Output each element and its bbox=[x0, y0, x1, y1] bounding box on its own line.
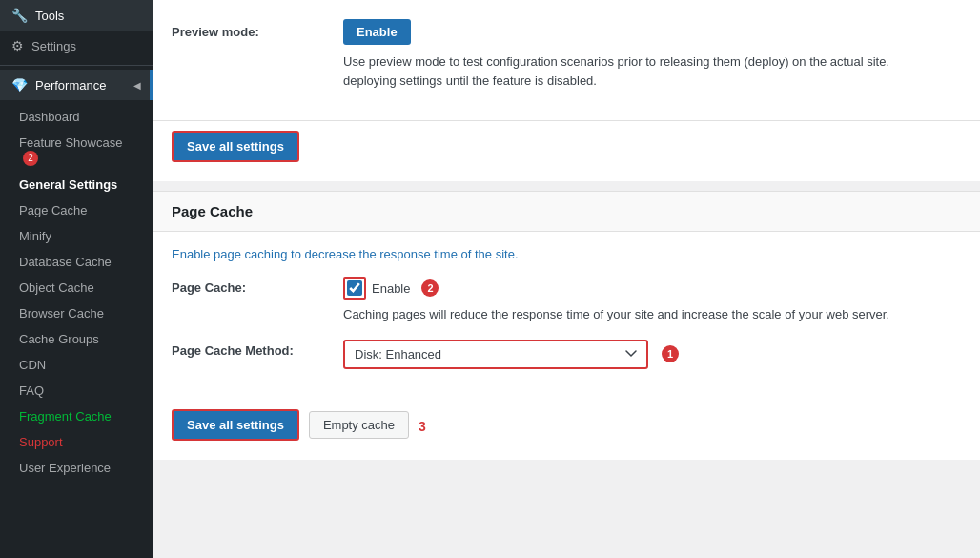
sidebar-item-general-settings[interactable]: General Settings bbox=[0, 172, 153, 197]
page-cache-checkbox-row: Enable 2 bbox=[343, 277, 961, 300]
cdn-label: CDN bbox=[19, 358, 46, 372]
step-3-label: 3 bbox=[419, 419, 426, 434]
preview-mode-row: Preview mode: Enable Use preview mode to… bbox=[172, 19, 961, 90]
page-cache-method-select[interactable]: Disk: Enhanced Disk: Basic Memcached Red… bbox=[343, 340, 648, 369]
sidebar-item-cdn[interactable]: CDN bbox=[0, 352, 153, 378]
page-cache-body: Enable page caching to decrease the resp… bbox=[153, 232, 980, 400]
minify-label: Minify bbox=[19, 229, 51, 243]
feature-showcase-badge: 2 bbox=[23, 151, 38, 166]
dashboard-label: Dashboard bbox=[19, 110, 80, 124]
page-cache-method-label: Page Cache Method: bbox=[172, 340, 324, 358]
sidebar-item-fragment-cache[interactable]: Fragment Cache bbox=[0, 403, 153, 429]
sidebar-item-object-cache[interactable]: Object Cache bbox=[0, 275, 153, 300]
fragment-cache-label: Fragment Cache bbox=[19, 409, 112, 424]
sidebar-item-page-cache[interactable]: Page Cache bbox=[0, 197, 153, 223]
page-cache-heading: Page Cache bbox=[153, 191, 980, 232]
tools-label: Tools bbox=[35, 9, 64, 23]
sidebar-item-performance[interactable]: 💎 Performance ◀ bbox=[0, 70, 153, 100]
support-label: Support bbox=[19, 435, 63, 449]
save-all-settings-button-top[interactable]: Save all settings bbox=[172, 131, 299, 162]
preview-mode-label: Preview mode: bbox=[172, 19, 324, 39]
settings-label: Settings bbox=[31, 39, 76, 53]
chevron-icon: ◀ bbox=[133, 80, 141, 91]
preview-mode-enable-button[interactable]: Enable bbox=[343, 19, 411, 45]
database-cache-label: Database Cache bbox=[19, 255, 112, 269]
page-cache-checkbox[interactable] bbox=[347, 280, 362, 296]
preview-mode-section: Preview mode: Enable Use preview mode to… bbox=[153, 0, 980, 121]
page-cache-field-label: Page Cache: bbox=[172, 277, 324, 295]
bottom-buttons-row: Save all settings Empty cache 3 bbox=[153, 400, 980, 460]
save-settings-row-top: Save all settings bbox=[153, 121, 980, 181]
page-cache-field-control: Enable 2 Caching pages will reduce the r… bbox=[343, 277, 961, 324]
sidebar-item-minify[interactable]: Minify bbox=[0, 223, 153, 249]
page-cache-method-row: Page Cache Method: Disk: Enhanced Disk: … bbox=[172, 340, 961, 369]
sidebar: 🔧 Tools ⚙ Settings 💎 Performance ◀ Dashb… bbox=[0, 0, 153, 558]
main-content: Preview mode: Enable Use preview mode to… bbox=[153, 0, 980, 558]
sidebar-item-user-experience[interactable]: User Experience bbox=[0, 455, 153, 481]
page-cache-section: Page Cache Enable page caching to decrea… bbox=[153, 191, 980, 460]
page-cache-checkbox-label: Enable bbox=[372, 281, 410, 296]
page-cache-checkbox-wrapper bbox=[343, 277, 366, 300]
sidebar-item-dashboard[interactable]: Dashboard bbox=[0, 104, 153, 130]
feature-showcase-label: Feature Showcase bbox=[19, 135, 122, 150]
page-cache-field-row: Page Cache: Enable 2 Caching pages will … bbox=[172, 277, 961, 324]
sidebar-sub-menu: Dashboard Feature Showcase 2 General Set… bbox=[0, 100, 153, 485]
object-cache-label: Object Cache bbox=[19, 280, 94, 295]
settings-icon: ⚙ bbox=[11, 38, 24, 53]
sidebar-item-faq[interactable]: FAQ bbox=[0, 378, 153, 403]
cache-help-text-content: Caching pages will reduce the response t… bbox=[343, 307, 889, 321]
preview-mode-content: Enable Use preview mode to test configur… bbox=[343, 19, 961, 90]
page-cache-badge-2: 2 bbox=[421, 279, 439, 297]
cache-help-text: Caching pages will reduce the response t… bbox=[343, 305, 961, 324]
sidebar-item-settings[interactable]: ⚙ Settings bbox=[0, 31, 153, 61]
page-cache-label: Page Cache bbox=[19, 203, 88, 217]
general-settings-label: General Settings bbox=[19, 177, 117, 192]
sidebar-item-feature-showcase[interactable]: Feature Showcase 2 bbox=[0, 130, 153, 172]
sidebar-item-cache-groups[interactable]: Cache Groups bbox=[0, 326, 153, 352]
preview-mode-help-text: Use preview mode to test configuration s… bbox=[343, 52, 961, 90]
user-experience-label: User Experience bbox=[19, 461, 111, 475]
enable-description-text: Enable page caching to decrease the resp… bbox=[172, 247, 519, 261]
page-cache-description: Enable page caching to decrease the resp… bbox=[172, 247, 961, 261]
page-cache-badge-1: 1 bbox=[662, 345, 679, 362]
help-text-1: Use preview mode to test configuration s… bbox=[343, 54, 889, 69]
sidebar-item-tools[interactable]: 🔧 Tools bbox=[0, 0, 153, 31]
tools-icon: 🔧 bbox=[11, 8, 28, 23]
performance-label: Performance bbox=[35, 78, 106, 93]
save-all-settings-button-main[interactable]: Save all settings bbox=[172, 409, 299, 441]
empty-cache-button[interactable]: Empty cache bbox=[309, 411, 409, 439]
help-text-2: deploying settings until the feature is … bbox=[343, 73, 597, 88]
browser-cache-label: Browser Cache bbox=[19, 306, 104, 320]
performance-icon: 💎 bbox=[11, 77, 28, 93]
page-cache-method-control: Disk: Enhanced Disk: Basic Memcached Red… bbox=[343, 340, 961, 369]
faq-label: FAQ bbox=[19, 383, 44, 398]
sidebar-item-support[interactable]: Support bbox=[0, 429, 153, 455]
cache-groups-label: Cache Groups bbox=[19, 332, 99, 346]
sidebar-item-browser-cache[interactable]: Browser Cache bbox=[0, 300, 153, 326]
sidebar-item-database-cache[interactable]: Database Cache bbox=[0, 249, 153, 275]
